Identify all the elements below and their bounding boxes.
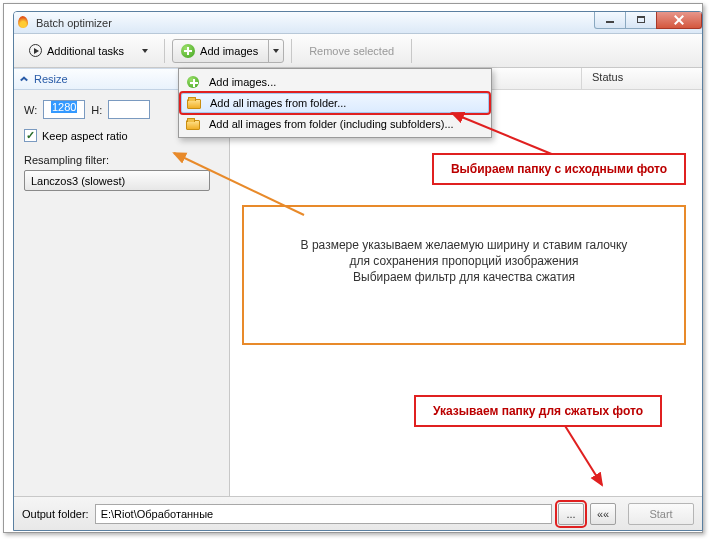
resampling-filter-select[interactable]: Lanczos3 (slowest) [24, 170, 210, 191]
keep-aspect-label: Keep aspect ratio [42, 130, 128, 142]
back-button[interactable]: «« [590, 503, 616, 525]
annotation-1: Выбираем папку с исходными фото [432, 153, 686, 185]
height-input[interactable] [108, 100, 150, 119]
output-folder-input[interactable]: E:\Riot\Обработанные [95, 504, 552, 524]
height-label: H: [91, 104, 102, 116]
output-folder-label: Output folder: [22, 508, 89, 520]
resize-label: Resize [34, 73, 68, 85]
close-icon [674, 15, 684, 25]
add-images-menu: Add images... Add all images from folder… [178, 68, 492, 138]
bottom-bar: Output folder: E:\Riot\Обработанные ... … [14, 496, 702, 530]
chevron-up-icon [20, 75, 28, 83]
maximize-button[interactable] [625, 11, 657, 29]
width-label: W: [24, 104, 37, 116]
width-input[interactable]: 1280 [43, 100, 85, 119]
chevron-down-icon [273, 49, 279, 53]
toolbar: Additional tasks Add images Remove selec… [14, 34, 702, 68]
screenshot-frame: Batch optimizer Additional tasks Add ima… [3, 3, 703, 533]
play-icon [29, 44, 42, 57]
add-images-dropdown[interactable] [268, 39, 284, 63]
window-title: Batch optimizer [36, 17, 112, 29]
close-button[interactable] [656, 11, 702, 29]
additional-tasks-label: Additional tasks [47, 45, 124, 57]
plus-icon [185, 74, 201, 90]
annotation-3: Указываем папку для сжатых фото [414, 395, 662, 427]
menu-add-images[interactable]: Add images... [181, 71, 489, 93]
start-button[interactable]: Start [628, 503, 694, 525]
column-status[interactable]: Status [582, 68, 702, 89]
menu-add-from-folder[interactable]: Add all images from folder... [181, 93, 489, 113]
add-images-button[interactable]: Add images [172, 39, 269, 63]
menu-add-from-folder-recursive[interactable]: Add all images from folder (including su… [181, 113, 489, 135]
chevron-down-icon [142, 49, 148, 53]
titlebar: Batch optimizer [14, 12, 702, 34]
separator [291, 39, 292, 63]
folder-icon [185, 116, 201, 132]
additional-tasks-button[interactable]: Additional tasks [20, 39, 157, 63]
remove-selected-button[interactable]: Remove selected [299, 45, 404, 57]
folder-icon [186, 95, 202, 111]
separator [164, 39, 165, 63]
window: Batch optimizer Additional tasks Add ima… [13, 11, 703, 531]
annotation-2: В размере указываем желаемую ширину и ст… [244, 207, 684, 343]
resampling-filter-value: Lanczos3 (slowest) [31, 175, 125, 187]
keep-aspect-checkbox[interactable] [24, 129, 37, 142]
plus-icon [181, 44, 195, 58]
browse-button[interactable]: ... [558, 503, 584, 525]
separator [411, 39, 412, 63]
resampling-filter-label: Resampling filter: [24, 154, 219, 166]
minimize-button[interactable] [594, 11, 626, 29]
add-images-label: Add images [200, 45, 258, 57]
app-icon [18, 16, 32, 30]
